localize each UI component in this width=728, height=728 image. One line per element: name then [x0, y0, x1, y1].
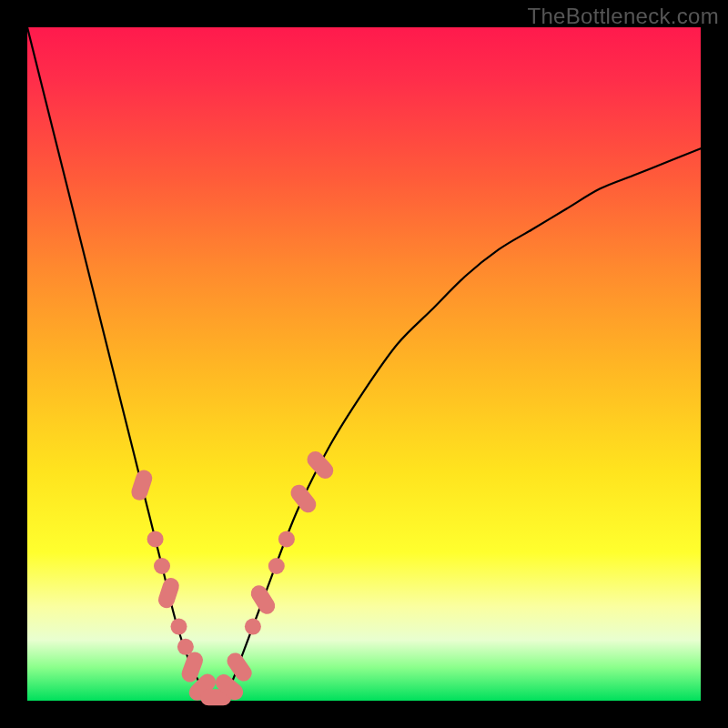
curve-marker-dot [154, 558, 170, 574]
curve-marker-dot [245, 619, 261, 635]
curve-marker-dot [147, 531, 164, 547]
marker-group [129, 448, 337, 705]
curve-marker-pill [157, 576, 182, 611]
bottleneck-curve [27, 27, 701, 701]
curve-marker-pill [248, 582, 278, 617]
curve-marker-pill [304, 448, 337, 481]
curve-marker-pill [129, 468, 155, 502]
curve-marker-pill [288, 481, 319, 516]
curve-marker-dot [171, 619, 187, 635]
curve-marker-dot [268, 558, 285, 574]
chart-svg [27, 27, 701, 701]
curve-marker-dot [278, 531, 295, 547]
watermark-text: TheBottleneck.com [527, 4, 719, 29]
curve-marker-dot [177, 639, 194, 655]
chart-frame: TheBottleneck.com [0, 0, 728, 728]
plot-area [27, 27, 701, 701]
